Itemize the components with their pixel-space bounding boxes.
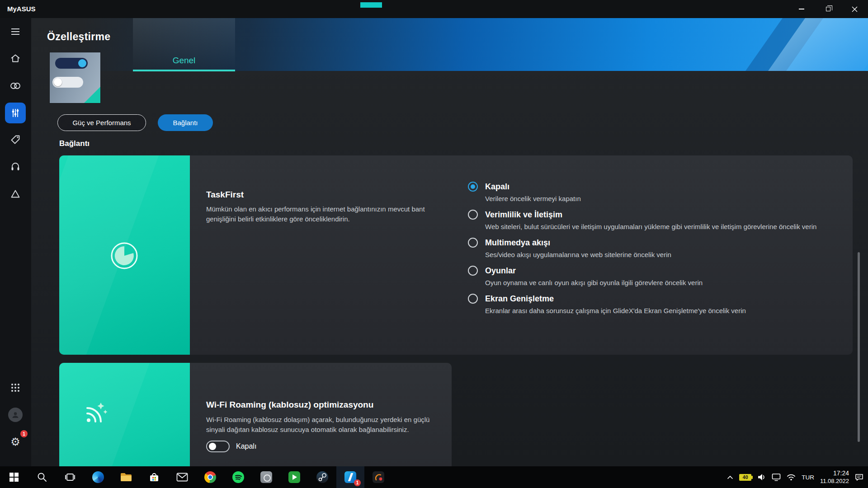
spotify-button[interactable] bbox=[224, 466, 252, 488]
green-app-icon bbox=[288, 471, 300, 483]
wifi-roaming-title: Wi-Fi Roaming (kablosuz) optimizasyonu bbox=[206, 400, 373, 410]
option-label: Verimlilik ve İletişim bbox=[485, 210, 839, 220]
action-center-button[interactable] bbox=[855, 473, 863, 481]
option-kapali[interactable]: Kapalı Verilere öncelik vermeyi kapatın bbox=[468, 182, 839, 203]
option-description: Ekranlar arası daha sorunsuz çalışma içi… bbox=[485, 306, 839, 315]
radio-icon[interactable] bbox=[468, 182, 478, 192]
task-view-button[interactable] bbox=[56, 466, 84, 488]
option-description: Verilere öncelik vermeyi kapatın bbox=[485, 194, 839, 203]
option-description: Ses/video akışı uygulamalarına ve web si… bbox=[485, 250, 839, 259]
window-controls bbox=[788, 0, 868, 18]
restore-icon bbox=[826, 7, 830, 11]
chevron-up-icon bbox=[727, 475, 733, 479]
radio-icon[interactable] bbox=[468, 294, 478, 304]
option-verimlilik[interactable]: Verimlilik ve İletişim Web siteleri, bul… bbox=[468, 210, 839, 231]
taskfirst-description: Mümkün olan en akıcı performans için int… bbox=[206, 204, 430, 224]
titlebar: MyASUS bbox=[0, 0, 868, 18]
search-icon bbox=[37, 472, 47, 482]
wifi-roaming-description: Wi-Fi Roaming (kablosuz dolaşım) açarak,… bbox=[206, 415, 432, 435]
page-title: Özelleştirme bbox=[47, 31, 110, 43]
wifi-roaming-toggle[interactable] bbox=[206, 441, 230, 452]
taskfirst-title: TaskFirst bbox=[206, 190, 244, 200]
system-tray: 40 TUR bbox=[727, 466, 868, 488]
option-label: Multimedya akışı bbox=[485, 238, 839, 248]
power-performance-button[interactable]: Güç ve Performans bbox=[57, 114, 146, 131]
option-label: Oyunlar bbox=[485, 266, 839, 276]
scrollbar-thumb[interactable] bbox=[858, 252, 860, 442]
steam-button[interactable] bbox=[308, 466, 336, 488]
recorder-button[interactable] bbox=[364, 466, 392, 488]
myasus-window: MyASUS bbox=[0, 0, 868, 488]
file-explorer-button[interactable] bbox=[112, 466, 140, 488]
monitor-icon bbox=[772, 473, 781, 481]
volume-button[interactable] bbox=[757, 473, 766, 481]
notification-icon bbox=[855, 473, 863, 481]
main-content: Genel Özelleştirme Güç ve Performans Bağ… bbox=[31, 18, 868, 466]
recorder-icon bbox=[373, 471, 384, 483]
mail-button[interactable] bbox=[168, 466, 196, 488]
pie-chart-icon bbox=[110, 241, 139, 270]
radio-icon[interactable] bbox=[468, 266, 478, 276]
sidebar-item-support[interactable] bbox=[5, 156, 26, 177]
close-button[interactable] bbox=[841, 0, 868, 18]
customization-thumbnail bbox=[50, 52, 100, 103]
option-ekran-genisletme[interactable]: Ekran Genişletme Ekranlar arası daha sor… bbox=[468, 294, 839, 315]
taskbar: 1 40 bbox=[0, 466, 868, 488]
start-button[interactable] bbox=[0, 466, 28, 488]
minimize-icon bbox=[799, 9, 804, 9]
file-explorer-icon bbox=[120, 472, 132, 482]
speaker-icon bbox=[757, 473, 766, 481]
gray-app-button[interactable] bbox=[252, 466, 280, 488]
close-icon bbox=[852, 6, 858, 12]
network-button[interactable] bbox=[787, 474, 796, 481]
restore-button[interactable] bbox=[815, 0, 841, 18]
app-title: MyASUS bbox=[7, 5, 36, 13]
sidebar-item-offers[interactable] bbox=[5, 129, 26, 150]
sidebar-item-diagnostics[interactable] bbox=[5, 183, 26, 204]
sidebar-item-customization[interactable] bbox=[5, 103, 26, 123]
apps-grid-icon bbox=[10, 383, 20, 393]
option-oyunlar[interactable]: Oyunlar Oyun oynama ve canlı oyun akışı … bbox=[468, 266, 839, 287]
section-title: Bağlantı bbox=[59, 139, 90, 148]
minimize-button[interactable] bbox=[788, 0, 815, 18]
wifi-roaming-toggle-row: Kapalı bbox=[206, 441, 256, 452]
chrome-button[interactable] bbox=[196, 466, 224, 488]
wifi-signal-icon bbox=[81, 399, 110, 428]
customization-sliders-icon bbox=[10, 108, 21, 118]
store-button[interactable] bbox=[140, 466, 168, 488]
battery-indicator[interactable]: 40 bbox=[739, 474, 751, 481]
hamburger-menu-button[interactable] bbox=[5, 21, 26, 42]
search-button[interactable] bbox=[28, 466, 56, 488]
sidebar-item-settings[interactable]: ⚙ 1 bbox=[5, 432, 26, 452]
edge-button[interactable] bbox=[84, 466, 112, 488]
spotify-icon bbox=[232, 471, 244, 483]
display-button[interactable] bbox=[772, 473, 781, 481]
radio-icon[interactable] bbox=[468, 238, 478, 248]
option-description: Web siteleri, bulut sürücüleri ve iletiş… bbox=[485, 222, 839, 231]
thumbnail-toggle-off bbox=[52, 77, 83, 88]
wifi-icon bbox=[787, 474, 796, 481]
sidebar-item-account[interactable] bbox=[5, 404, 26, 425]
task-view-icon bbox=[65, 473, 75, 482]
option-multimedya[interactable]: Multimedya akışı Ses/video akışı uygulam… bbox=[468, 238, 839, 259]
hidden-icons-button[interactable] bbox=[727, 475, 733, 479]
sidebar-item-link[interactable] bbox=[5, 75, 26, 96]
triangle-icon bbox=[10, 188, 21, 199]
sidebar-item-apps[interactable] bbox=[5, 377, 26, 398]
option-label: Kapalı bbox=[485, 182, 839, 192]
green-app-button[interactable] bbox=[280, 466, 308, 488]
sidebar-item-home[interactable] bbox=[5, 48, 26, 69]
myasus-taskbar-button[interactable]: 1 bbox=[336, 466, 364, 488]
connection-button[interactable]: Bağlantı bbox=[158, 114, 213, 131]
gray-app-icon bbox=[260, 471, 272, 483]
language-indicator[interactable]: TUR bbox=[802, 474, 814, 481]
tag-icon bbox=[10, 134, 21, 145]
toggle-label: Kapalı bbox=[236, 442, 256, 450]
myasus-badge: 1 bbox=[354, 479, 361, 486]
tab-genel[interactable]: Genel bbox=[133, 56, 235, 66]
clock[interactable]: 17:24 11.08.2022 bbox=[820, 469, 849, 485]
tray-date: 11.08.2022 bbox=[820, 478, 849, 485]
radio-icon[interactable] bbox=[468, 210, 478, 220]
option-description: Oyun oynama ve canlı oyun akışı gibi oyu… bbox=[485, 278, 839, 287]
option-label: Ekran Genişletme bbox=[485, 294, 839, 304]
